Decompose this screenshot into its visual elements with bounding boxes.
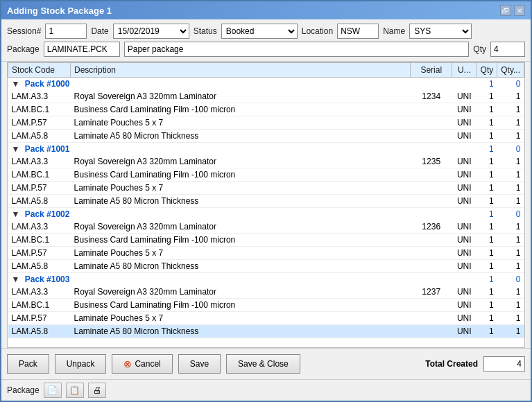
col-header-qty: Qty	[477, 63, 497, 78]
table-body: ▼ Pack #1000 1 0 LAM.A3.3 Royal Sovereig…	[8, 78, 524, 338]
toolbar-doc-button[interactable]: 📄	[44, 383, 62, 398]
item-desc: Laminate Pouches 5 x 7	[71, 247, 411, 260]
unpack-button[interactable]: Unpack	[55, 354, 107, 374]
item-serial	[411, 195, 452, 208]
item-code: LAM.P.57	[8, 116, 71, 130]
footer-area: Pack Unpack ⊗ Cancel Save Save & Close T…	[1, 348, 531, 379]
table-row[interactable]: LAM.P.57 Laminate Pouches 5 x 7 UNI 1 1	[8, 116, 524, 130]
package-desc-input[interactable]	[124, 42, 470, 57]
item-serial	[411, 182, 452, 195]
item-qty2: 1	[497, 299, 524, 312]
status-label: Status	[194, 26, 217, 36]
table-row[interactable]: LAM.P.57 Laminate Pouches 5 x 7 UNI 1 1	[8, 182, 524, 195]
pack-qty: 1	[477, 208, 497, 221]
item-code: LAM.A5.8	[8, 325, 71, 338]
save-close-button[interactable]: Save & Close	[226, 354, 300, 374]
pack-button[interactable]: Pack	[7, 354, 49, 374]
item-qty2: 1	[497, 234, 524, 247]
collapse-icon: ▼	[12, 274, 20, 284]
item-unit: UNI	[452, 312, 477, 325]
toolbar-print-button[interactable]: 🖨	[88, 383, 106, 398]
item-qty: 1	[477, 103, 497, 116]
table-row[interactable]: LAM.BC.1 Business Card Laminating Film -…	[8, 299, 524, 312]
title-bar-buttons: 🗗 ✕	[500, 5, 525, 16]
toolbar-clipboard-button[interactable]: 📋	[66, 383, 84, 398]
item-qty2: 1	[497, 312, 524, 325]
item-unit: UNI	[452, 260, 477, 273]
package-input[interactable]	[44, 42, 120, 57]
item-serial	[411, 103, 452, 116]
item-serial	[411, 325, 452, 338]
item-qty: 1	[477, 312, 497, 325]
col-header-unit: U...	[452, 63, 477, 78]
item-unit: UNI	[452, 247, 477, 260]
name-select[interactable]: SYS	[409, 24, 472, 39]
table-row[interactable]: LAM.P.57 Laminate Pouches 5 x 7 UNI 1 1	[8, 247, 524, 260]
item-unit: UNI	[452, 220, 477, 234]
item-code: LAM.BC.1	[8, 299, 71, 312]
pack-qty: 1	[477, 273, 497, 286]
table-row[interactable]: LAM.A5.8 Laminate A5 80 Micron Thickness…	[8, 130, 524, 143]
title-bar: Adding Stock Package 1 🗗 ✕	[1, 1, 531, 19]
status-select[interactable]: Booked	[221, 24, 298, 39]
item-code: LAM.P.57	[8, 182, 71, 195]
item-qty2: 1	[497, 155, 524, 168]
item-desc: Royal Sovereign A3 320mm Laminator	[71, 286, 411, 299]
table-header-row: Stock Code Description Serial U... Qty Q…	[8, 63, 524, 78]
item-code: LAM.A5.8	[8, 260, 71, 273]
item-serial	[411, 312, 452, 325]
table-row[interactable]: LAM.P.57 Laminate Pouches 5 x 7 UNI 1 1	[8, 312, 524, 325]
item-desc: Business Card Laminating Film -100 micro…	[71, 299, 411, 312]
table-row[interactable]: LAM.BC.1 Business Card Laminating Film -…	[8, 103, 524, 116]
table-row[interactable]: LAM.A5.8 Laminate A5 80 Micron Thickness…	[8, 325, 524, 338]
table-area: Stock Code Description Serial U... Qty Q…	[7, 62, 525, 348]
item-unit: UNI	[452, 286, 477, 299]
item-desc: Laminate A5 80 Micron Thickness	[71, 325, 411, 338]
item-unit: UNI	[452, 155, 477, 168]
pack-qty2: 0	[497, 273, 524, 286]
item-unit: UNI	[452, 182, 477, 195]
restore-button[interactable]: 🗗	[500, 5, 511, 16]
table-row[interactable]: LAM.A3.3 Royal Sovereign A3 320mm Lamina…	[8, 155, 524, 168]
item-serial: 1235	[411, 155, 452, 168]
item-qty: 1	[477, 90, 497, 103]
item-code: LAM.BC.1	[8, 103, 71, 116]
pack-qty2: 0	[497, 208, 524, 221]
save-button[interactable]: Save	[178, 354, 221, 374]
table-row[interactable]: LAM.BC.1 Business Card Laminating Film -…	[8, 234, 524, 247]
table-row[interactable]: LAM.A3.3 Royal Sovereign A3 320mm Lamina…	[8, 90, 524, 103]
item-qty: 1	[477, 116, 497, 130]
date-select[interactable]: 15/02/2019	[113, 24, 189, 39]
item-desc: Royal Sovereign A3 320mm Laminator	[71, 155, 411, 168]
cancel-label: Cancel	[135, 359, 160, 369]
pack-header-row: ▼ Pack #1001 1 0	[8, 143, 524, 156]
cancel-button[interactable]: ⊗ Cancel	[112, 354, 172, 374]
form-row-1: Session# Date 15/02/2019 Status Booked L…	[7, 24, 525, 39]
window-title: Adding Stock Package 1	[7, 6, 112, 16]
item-serial	[411, 299, 452, 312]
item-code: LAM.A5.8	[8, 130, 71, 143]
table-row[interactable]: LAM.A5.8 Laminate A5 80 Micron Thickness…	[8, 260, 524, 273]
table-row[interactable]: LAM.A3.3 Royal Sovereign A3 320mm Lamina…	[8, 286, 524, 299]
item-desc: Business Card Laminating Film -100 micro…	[71, 168, 411, 182]
location-input[interactable]	[337, 24, 379, 39]
item-desc: Laminate A5 80 Micron Thickness	[71, 195, 411, 208]
item-qty2: 1	[497, 247, 524, 260]
table-row[interactable]: LAM.A3.3 Royal Sovereign A3 320mm Lamina…	[8, 220, 524, 234]
item-unit: UNI	[452, 168, 477, 182]
location-label: Location	[302, 26, 333, 36]
table-row[interactable]: LAM.BC.1 Business Card Laminating Film -…	[8, 168, 524, 182]
pack-label-cell: ▼ Pack #1003	[8, 273, 477, 286]
item-qty: 1	[477, 325, 497, 338]
print-icon: 🖨	[93, 385, 101, 395]
item-qty2: 1	[497, 325, 524, 338]
total-label: Total Created	[425, 359, 478, 369]
session-input[interactable]	[45, 24, 87, 39]
package-label: Package	[7, 44, 40, 54]
item-desc: Laminate Pouches 5 x 7	[71, 116, 411, 130]
item-code: LAM.A5.8	[8, 195, 71, 208]
table-row[interactable]: LAM.A5.8 Laminate A5 80 Micron Thickness…	[8, 195, 524, 208]
close-button[interactable]: ✕	[514, 5, 525, 16]
item-desc: Royal Sovereign A3 320mm Laminator	[71, 90, 411, 103]
qty-input[interactable]	[490, 42, 525, 57]
